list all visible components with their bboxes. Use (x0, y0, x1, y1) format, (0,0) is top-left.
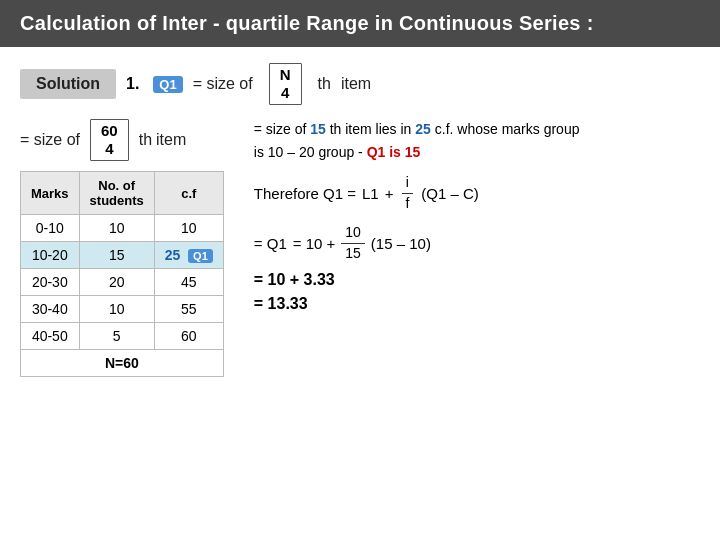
col-marks: Marks (21, 172, 80, 215)
fraction-top: N (280, 66, 291, 84)
f-denominator: f (401, 194, 413, 214)
marks-0-10: 0-10 (21, 215, 80, 242)
table-row: 20-30 20 45 (21, 269, 224, 296)
therefore-line: Therefore Q1 = L1 + i f (Q1 – C) (254, 173, 700, 213)
n-fraction-box: N 4 (269, 63, 302, 105)
result-den: 15 (341, 244, 365, 264)
result1: = 10 + 3.33 (254, 271, 700, 289)
students-0-10: 10 (79, 215, 154, 242)
cf-40-50: 60 (154, 323, 223, 350)
plus-sign: + (385, 185, 394, 202)
result2: = 13.33 (254, 295, 700, 313)
solution-row: Solution 1. Q1 = size of N 4 th item (20, 63, 700, 105)
students-10-20: 15 (79, 242, 154, 269)
result-num: 10 (341, 223, 365, 244)
marks-20-30: 20-30 (21, 269, 80, 296)
page-header: Calculation of Inter - quartile Range in… (0, 0, 720, 47)
marks-40-50: 40-50 (21, 323, 80, 350)
result-fraction: 10 15 (341, 223, 365, 263)
eq-suffix: (15 – 10) (371, 235, 431, 252)
item-text: item (341, 75, 371, 93)
eq-label: = Q1 (254, 235, 287, 252)
l1-label: L1 (362, 185, 379, 202)
cf-q1-badge: Q1 (188, 249, 213, 263)
solution-label: Solution (20, 69, 116, 99)
n-total: N=60 (21, 350, 224, 377)
col-cf: c.f (154, 172, 223, 215)
final-results: = 10 + 3.33 = 13.33 (254, 271, 700, 313)
q1-minus-c: (Q1 – C) (421, 185, 479, 202)
calc-area: = size of 15 th item lies in 25 c.f. who… (254, 119, 700, 377)
students-40-50: 5 (79, 323, 154, 350)
content-area: = size of 60 4 th item Marks No. ofstude… (20, 119, 700, 377)
therefore-label: Therefore Q1 = (254, 185, 356, 202)
step2-item: item (156, 131, 186, 149)
main-content: Solution 1. Q1 = size of N 4 th item = s… (0, 47, 720, 393)
header-title: Calculation of Inter - quartile Range in… (20, 12, 594, 34)
table-row: 40-50 5 60 (21, 323, 224, 350)
table-row: 0-10 10 10 (21, 215, 224, 242)
q1-badge: Q1 (153, 76, 182, 93)
equals-text: = size of (193, 75, 253, 93)
sixty-top: 60 (101, 122, 118, 140)
eq-value: = 10 + (293, 235, 336, 252)
cf-10-20: 25 Q1 (154, 242, 223, 269)
students-20-30: 20 (79, 269, 154, 296)
i-over-f-fraction: i f (401, 173, 413, 213)
step-number: 1. (126, 75, 139, 93)
table-section: = size of 60 4 th item Marks No. ofstude… (20, 119, 224, 377)
sixty-fraction-box: 60 4 (90, 119, 129, 161)
cf-20-30: 45 (154, 269, 223, 296)
group-info: is 10 – 20 group - Q1 is 15 (254, 142, 700, 163)
fraction-bottom: 4 (281, 84, 289, 102)
data-table: Marks No. ofstudents c.f 0-10 10 10 10-2… (20, 171, 224, 377)
i-numerator: i (402, 173, 413, 194)
col-students: No. ofstudents (79, 172, 154, 215)
step2-equals: = size of (20, 131, 80, 149)
th-text: th (318, 75, 331, 93)
step2-th: th (139, 131, 152, 149)
table-row: 30-40 10 55 (21, 296, 224, 323)
eq-line: = Q1 = 10 + 10 15 (15 – 10) (254, 223, 700, 263)
marks-10-20: 10-20 (21, 242, 80, 269)
size-of-line: = size of 15 th item lies in 25 c.f. who… (254, 119, 700, 140)
cf-30-40: 55 (154, 296, 223, 323)
students-30-40: 10 (79, 296, 154, 323)
sixty-bottom: 4 (105, 140, 113, 158)
marks-30-40: 30-40 (21, 296, 80, 323)
step2-line: = size of 60 4 th item (20, 119, 224, 161)
table-row-highlight: 10-20 15 25 Q1 (21, 242, 224, 269)
cf-0-10: 10 (154, 215, 223, 242)
table-total-row: N=60 (21, 350, 224, 377)
